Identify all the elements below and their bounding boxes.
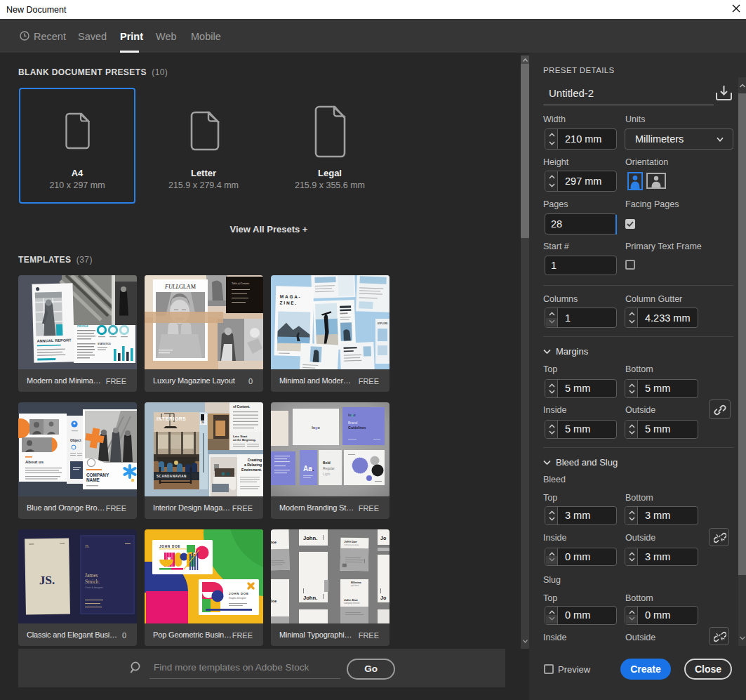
svg-text:april mine: april mine	[351, 584, 359, 587]
svg-text:Regular: Regular	[323, 467, 335, 470]
svg-text:Creating: Creating	[248, 458, 262, 462]
svg-text:JS.: JS.	[39, 574, 55, 587]
svg-text:a Relaxing: a Relaxing	[244, 463, 262, 467]
svg-text:MAGA-: MAGA-	[280, 293, 302, 299]
svg-text:Graphic Designer: Graphic Designer	[229, 597, 247, 600]
svg-text:John.: John.	[303, 595, 317, 601]
svg-text:JS.: JS.	[85, 544, 89, 548]
svg-text:Light: Light	[323, 473, 331, 476]
svg-text:Bold: Bold	[323, 461, 331, 465]
svg-text:INTERIORS: INTERIORS	[156, 416, 186, 421]
svg-text:Company Director: Company Director	[344, 602, 360, 605]
svg-text:JOHN DOE: JOHN DOE	[159, 545, 180, 548]
svg-text:SCANDANAVIAN: SCANDANAVIAN	[156, 475, 187, 478]
svg-text:JOHN DOE: JOHN DOE	[229, 592, 249, 595]
svg-text:Jo: Jo	[380, 595, 387, 601]
svg-text:Millenima: Millenima	[351, 581, 361, 584]
svg-text:STATISTICS: STATISTICS	[98, 343, 112, 345]
svg-text:Jo: Jo	[380, 535, 387, 541]
svg-text:Company Director: Company Director	[344, 543, 359, 546]
svg-text:John Doe: John Doe	[344, 540, 357, 543]
svg-text:at the Begining.: at the Begining.	[233, 438, 256, 442]
svg-text:Smich.: Smich.	[85, 579, 100, 585]
svg-text:Enviroment.: Enviroment.	[241, 468, 262, 472]
svg-text:Guidelines: Guidelines	[348, 425, 366, 430]
svg-text:FULLGLAM: FULLGLAM	[164, 284, 197, 290]
svg-text:COMPANY: COMPANY	[86, 473, 109, 477]
svg-text:of Content.: of Content.	[233, 405, 250, 409]
svg-text:EXPLORE: EXPLORE	[378, 322, 387, 325]
svg-text:About us: About us	[25, 460, 44, 464]
svg-text:Brand: Brand	[348, 421, 358, 425]
svg-text:logo: logo	[348, 413, 356, 417]
svg-text:Table of Contents: Table of Contents	[232, 282, 250, 285]
svg-text:PROFILE: PROFILE	[77, 325, 88, 328]
svg-text:Doe: Doe	[271, 599, 277, 603]
svg-text:ZINE.: ZINE.	[280, 300, 298, 305]
svg-text:James: James	[85, 572, 98, 579]
svg-text:NAME: NAME	[86, 477, 100, 482]
svg-text:Object: Object	[70, 438, 81, 442]
svg-text:Aa.: Aa.	[303, 465, 314, 473]
svg-text:John.: John.	[303, 535, 317, 541]
svg-text:20: 20	[201, 421, 204, 424]
svg-text:Orner & designer: Orner & designer	[85, 586, 104, 589]
svg-text:Doe: Doe	[271, 540, 277, 544]
svg-text:logo: logo	[312, 425, 320, 430]
